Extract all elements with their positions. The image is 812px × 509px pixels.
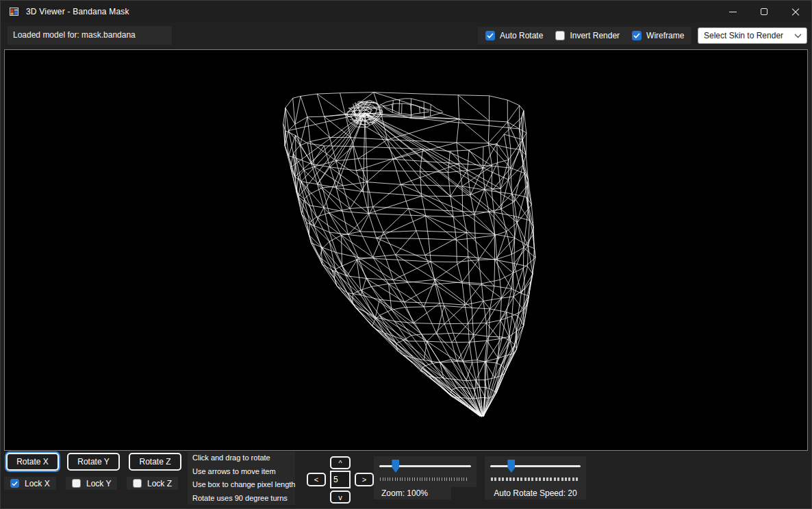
instructions-panel: Click and drag to rotate Use arrows to m…: [188, 451, 295, 505]
zoom-slider[interactable]: [374, 456, 477, 487]
checkbox-label: Invert Render: [570, 31, 620, 40]
rotate-x-button[interactable]: Rotate X: [6, 453, 59, 471]
rotate-y-button[interactable]: Rotate Y: [67, 453, 120, 471]
checkbox-box[interactable]: [555, 31, 565, 40]
speed-label: Auto Rotate Speed: 20: [485, 487, 586, 499]
app-window: 3D Viewer - Bandana Mask Loaded model fo…: [0, 0, 812, 509]
checkbox-label: Wireframe: [646, 31, 684, 40]
checkbox-label: Lock Z: [147, 479, 172, 488]
instruction-line: Use box to change pixel length: [188, 478, 295, 492]
loaded-model-label: Loaded model for: mask.bandana: [8, 26, 172, 45]
dropdown-value: Select Skin to Render: [704, 31, 783, 40]
checkbox-label: Auto Rotate: [500, 31, 543, 40]
pixel-length-input[interactable]: [330, 471, 351, 488]
checkbox-label: Lock Y: [86, 479, 111, 488]
checkbox-label: Lock X: [25, 479, 50, 488]
speed-slider-thumb[interactable]: [507, 460, 515, 473]
wireframe-checkbox[interactable]: Wireframe: [632, 31, 684, 40]
instruction-line: Rotate uses 90 degree turns: [188, 492, 295, 506]
maximize-icon: [761, 8, 767, 15]
zoom-slider-thumb[interactable]: [392, 460, 399, 473]
minimize-button[interactable]: [717, 1, 748, 23]
bottom-control-bar: Rotate X Rotate Y Rotate Z Lock X Lock Y…: [1, 451, 811, 508]
app-icon: [9, 6, 20, 17]
speed-slider-track-area[interactable]: [490, 460, 581, 473]
check-icon: [487, 33, 494, 38]
wireframe-model-canvas[interactable]: [5, 50, 807, 450]
checkbox-box[interactable]: [72, 479, 81, 488]
auto-rotate-checkbox[interactable]: Auto Rotate: [485, 31, 543, 40]
titlebar: 3D Viewer - Bandana Mask: [1, 1, 811, 23]
render-options-strip: Auto Rotate Invert Render Wireframe: [478, 27, 692, 45]
check-icon: [12, 481, 18, 486]
check-icon: [633, 33, 640, 38]
minimize-icon: [729, 12, 737, 12]
speed-slider[interactable]: [485, 456, 586, 487]
instruction-line: Click and drag to rotate: [188, 451, 295, 465]
checkbox-box[interactable]: [485, 31, 495, 40]
slider-track[interactable]: [490, 465, 581, 467]
slider-ticks: [380, 477, 469, 481]
move-right-button[interactable]: >: [355, 473, 374, 486]
viewport[interactable]: [4, 49, 808, 451]
maximize-button[interactable]: [748, 1, 780, 23]
move-left-button[interactable]: <: [307, 473, 326, 486]
zoom-label: Zoom: 100%: [374, 487, 451, 499]
rotate-z-button[interactable]: Rotate Z: [129, 453, 181, 471]
close-button[interactable]: [780, 1, 811, 23]
skin-select-dropdown[interactable]: Select Skin to Render: [698, 27, 807, 44]
invert-render-checkbox[interactable]: Invert Render: [555, 31, 620, 40]
zoom-slider-track-area[interactable]: [379, 460, 471, 473]
checkbox-box[interactable]: [10, 479, 19, 488]
lock-x-checkbox[interactable]: Lock X: [4, 477, 56, 490]
checkbox-box[interactable]: [133, 479, 142, 488]
slider-ticks: [491, 477, 579, 481]
move-down-button[interactable]: v: [330, 491, 351, 504]
checkbox-box[interactable]: [632, 31, 642, 40]
toolbar: Loaded model for: mask.bandana Auto Rota…: [1, 23, 811, 49]
window-title: 3D Viewer - Bandana Mask: [26, 7, 129, 16]
lock-y-checkbox[interactable]: Lock Y: [66, 477, 117, 490]
close-icon: [791, 7, 800, 16]
chevron-down-icon: [794, 34, 802, 38]
instruction-line: Use arrows to move item: [188, 465, 295, 479]
window-controls: [717, 1, 811, 23]
move-up-button[interactable]: ^: [330, 456, 351, 469]
lock-z-checkbox[interactable]: Lock Z: [127, 477, 178, 490]
